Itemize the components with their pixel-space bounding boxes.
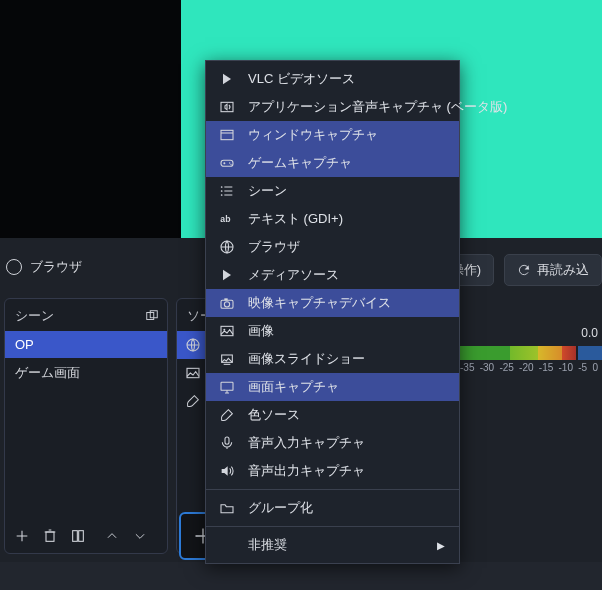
svg-rect-2 <box>46 532 54 541</box>
context-menu-item-label: テキスト (GDI+) <box>248 210 343 228</box>
status-bar <box>0 562 602 590</box>
context-menu-item-label: 音声入力キャプチャ <box>248 434 365 452</box>
window-icon <box>218 127 236 143</box>
gamepad-icon <box>218 155 236 171</box>
context-menu-item[interactable]: ゲームキャプチャ <box>206 149 459 177</box>
image-icon <box>218 323 236 339</box>
globe-icon <box>185 337 201 353</box>
svg-point-18 <box>224 302 229 307</box>
mixer-scale: -35-30-25-20-15-10-50 <box>460 362 598 373</box>
folder-icon <box>218 500 236 516</box>
context-menu-item[interactable]: 画像スライドショー <box>206 345 459 373</box>
context-menu-item-label: 映像キャプチャデバイス <box>248 294 391 312</box>
svg-rect-19 <box>224 298 227 300</box>
scene-filter-button[interactable] <box>65 523 91 549</box>
scene-item[interactable]: OP <box>5 331 167 358</box>
svg-point-11 <box>230 164 231 165</box>
context-menu-item-label: 画像 <box>248 322 274 340</box>
svg-rect-8 <box>221 130 233 139</box>
context-menu-item[interactable]: abテキスト (GDI+) <box>206 205 459 233</box>
brush-icon <box>218 407 236 423</box>
brush-icon <box>185 393 201 409</box>
audio-mixer: 0.0 -35-30-25-20-15-10-50 <box>460 298 602 554</box>
context-menu-item-label: 画面キャプチャ <box>248 378 339 396</box>
context-menu-separator <box>206 526 459 527</box>
scene-remove-button[interactable] <box>37 523 63 549</box>
context-menu-item[interactable]: 画面キャプチャ <box>206 373 459 401</box>
mixer-scale-tick: -35 <box>460 362 474 373</box>
play-icon <box>218 71 236 87</box>
context-menu-item-label: 非推奨 <box>248 536 287 554</box>
context-menu-item[interactable]: 非推奨▶ <box>206 531 459 559</box>
mic-icon <box>218 435 236 451</box>
mixer-scale-tick: -15 <box>539 362 553 373</box>
svg-point-13 <box>221 190 223 192</box>
context-menu-item-label: 色ソース <box>248 406 300 424</box>
mixer-scale-tick: -25 <box>499 362 513 373</box>
globe-icon <box>6 259 22 275</box>
context-menu-item[interactable]: 画像 <box>206 317 459 345</box>
scenes-panel-title: シーン <box>15 307 54 325</box>
context-menu-item[interactable]: 音声入力キャプチャ <box>206 429 459 457</box>
mixer-meter <box>460 346 602 360</box>
selected-source-bar: ブラウザ <box>6 258 82 276</box>
mixer-scale-tick: -20 <box>519 362 533 373</box>
context-menu-item[interactable]: グループ化 <box>206 494 459 522</box>
image-icon <box>185 365 201 381</box>
speaker-icon <box>218 463 236 479</box>
svg-text:ab: ab <box>220 214 230 224</box>
context-menu-item[interactable]: 色ソース <box>206 401 459 429</box>
monitor-icon <box>218 379 236 395</box>
text-ab-icon: ab <box>218 211 236 227</box>
mixer-scale-tick: 0 <box>592 362 598 373</box>
svg-point-14 <box>221 194 223 196</box>
context-menu-item-label: VLC ビデオソース <box>248 70 355 88</box>
submenu-arrow-icon: ▶ <box>437 540 445 551</box>
mixer-scale-tick: -10 <box>559 362 573 373</box>
context-menu-item-label: シーン <box>248 182 287 200</box>
globe-icon <box>218 239 236 255</box>
context-menu-separator <box>206 489 459 490</box>
context-menu-item-label: 音声出力キャプチャ <box>248 462 365 480</box>
dock-icon[interactable] <box>145 309 159 323</box>
camera-icon <box>218 295 236 311</box>
context-menu-item-label: ウィンドウキャプチャ <box>248 126 378 144</box>
context-menu-item[interactable]: シーン <box>206 177 459 205</box>
mixer-scale-tick: -30 <box>480 362 494 373</box>
blank-icon <box>218 537 236 553</box>
mixer-scale-tick: -5 <box>578 362 587 373</box>
add-source-context-menu: VLC ビデオソースアプリケーション音声キャプチャ (ベータ版)ウィンドウキャプ… <box>205 60 460 564</box>
context-menu-item[interactable]: アプリケーション音声キャプチャ (ベータ版) <box>206 93 459 121</box>
svg-rect-24 <box>225 437 229 444</box>
scene-item[interactable]: ゲーム画面 <box>5 358 167 388</box>
context-menu-item-label: グループ化 <box>248 499 313 517</box>
svg-rect-9 <box>221 160 233 166</box>
svg-rect-3 <box>73 531 78 542</box>
reload-button[interactable]: 再読み込 <box>504 254 602 286</box>
context-menu-item[interactable]: ブラウザ <box>206 233 459 261</box>
context-menu-item[interactable]: 音声出力キャプチャ <box>206 457 459 485</box>
scene-down-button[interactable] <box>127 523 153 549</box>
context-menu-item-label: メディアソース <box>248 266 339 284</box>
svg-point-12 <box>221 186 223 188</box>
svg-rect-4 <box>79 531 84 542</box>
reload-button-label: 再読み込 <box>537 261 589 279</box>
refresh-icon <box>517 263 531 277</box>
svg-point-10 <box>229 162 230 163</box>
context-menu-item[interactable]: ウィンドウキャプチャ <box>206 121 459 149</box>
context-menu-item-label: 画像スライドショー <box>248 350 365 368</box>
scene-add-button[interactable] <box>9 523 35 549</box>
context-menu-item[interactable]: メディアソース <box>206 261 459 289</box>
context-menu-item-label: ゲームキャプチャ <box>248 154 352 172</box>
scene-up-button[interactable] <box>99 523 125 549</box>
context-menu-item-label: アプリケーション音声キャプチャ (ベータ版) <box>248 98 507 116</box>
play-icon <box>218 267 236 283</box>
context-menu-item[interactable]: VLC ビデオソース <box>206 65 459 93</box>
scenes-panel: シーン OPゲーム画面 <box>4 298 168 554</box>
context-menu-item[interactable]: 映像キャプチャデバイス <box>206 289 459 317</box>
preview-dark-area <box>0 0 181 238</box>
list-icon <box>218 183 236 199</box>
selected-source-label: ブラウザ <box>30 258 82 276</box>
context-menu-item-label: ブラウザ <box>248 238 300 256</box>
mixer-zero-label: 0.0 <box>581 326 598 340</box>
